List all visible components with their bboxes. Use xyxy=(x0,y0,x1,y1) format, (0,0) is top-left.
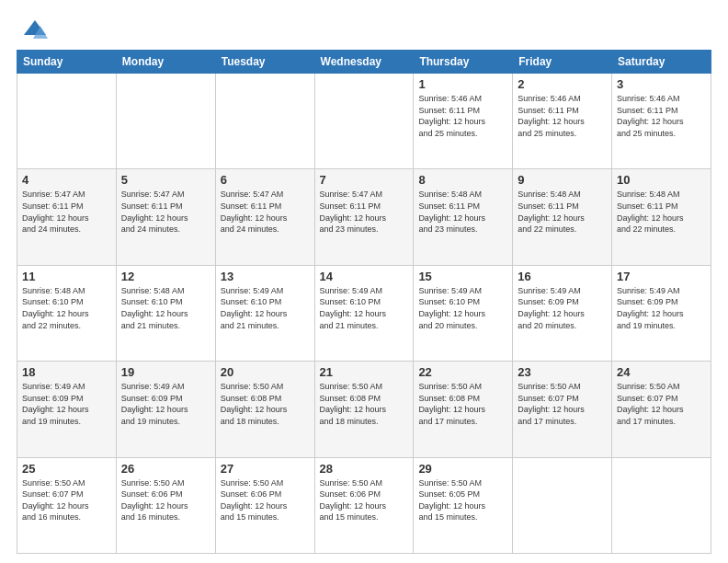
calendar-cell: 4Sunrise: 5:47 AMSunset: 6:11 PMDaylight… xyxy=(17,169,117,265)
day-info: Sunrise: 5:50 AMSunset: 6:06 PMDaylight:… xyxy=(320,477,409,523)
calendar-cell: 13Sunrise: 5:49 AMSunset: 6:10 PMDayligh… xyxy=(215,265,314,361)
day-info: Sunrise: 5:50 AMSunset: 6:07 PMDaylight:… xyxy=(617,381,706,427)
day-number: 21 xyxy=(320,365,409,379)
calendar-cell: 10Sunrise: 5:48 AMSunset: 6:11 PMDayligh… xyxy=(612,169,711,265)
day-info: Sunrise: 5:49 AMSunset: 6:10 PMDaylight:… xyxy=(418,285,507,331)
day-info: Sunrise: 5:50 AMSunset: 6:08 PMDaylight:… xyxy=(418,381,507,427)
calendar-cell: 27Sunrise: 5:50 AMSunset: 6:06 PMDayligh… xyxy=(215,457,314,553)
day-of-week-header: Friday xyxy=(513,51,612,74)
day-number: 13 xyxy=(221,270,310,283)
day-info: Sunrise: 5:50 AMSunset: 6:08 PMDaylight:… xyxy=(221,381,310,427)
calendar-cell xyxy=(116,74,215,169)
calendar-cell: 5Sunrise: 5:47 AMSunset: 6:11 PMDaylight… xyxy=(116,169,215,265)
day-of-week-header: Monday xyxy=(116,51,215,74)
day-info: Sunrise: 5:49 AMSunset: 6:10 PMDaylight:… xyxy=(320,285,409,331)
calendar-cell: 23Sunrise: 5:50 AMSunset: 6:07 PMDayligh… xyxy=(513,362,612,457)
calendar-cell: 9Sunrise: 5:48 AMSunset: 6:11 PMDaylight… xyxy=(513,169,612,265)
day-number: 11 xyxy=(22,270,111,283)
calendar-cell: 12Sunrise: 5:48 AMSunset: 6:10 PMDayligh… xyxy=(116,265,215,361)
calendar-cell: 15Sunrise: 5:49 AMSunset: 6:10 PMDayligh… xyxy=(414,265,513,361)
calendar-cell: 17Sunrise: 5:49 AMSunset: 6:09 PMDayligh… xyxy=(612,265,711,361)
day-number: 25 xyxy=(22,462,111,476)
day-number: 1 xyxy=(418,77,507,91)
calendar-cell xyxy=(314,74,414,169)
calendar-week-row: 1Sunrise: 5:46 AMSunset: 6:11 PMDaylight… xyxy=(17,74,711,169)
calendar-week-row: 25Sunrise: 5:50 AMSunset: 6:07 PMDayligh… xyxy=(17,457,711,553)
calendar-cell: 6Sunrise: 5:47 AMSunset: 6:11 PMDaylight… xyxy=(215,169,314,265)
calendar-cell: 16Sunrise: 5:49 AMSunset: 6:09 PMDayligh… xyxy=(513,265,612,361)
day-of-week-header: Saturday xyxy=(612,51,711,74)
day-info: Sunrise: 5:49 AMSunset: 6:09 PMDaylight:… xyxy=(121,381,210,427)
day-info: Sunrise: 5:50 AMSunset: 6:06 PMDaylight:… xyxy=(221,477,310,523)
day-info: Sunrise: 5:47 AMSunset: 6:11 PMDaylight:… xyxy=(121,189,210,235)
calendar-week-row: 18Sunrise: 5:49 AMSunset: 6:09 PMDayligh… xyxy=(17,362,711,457)
logo-area xyxy=(17,17,48,42)
day-number: 24 xyxy=(617,365,706,379)
calendar-table: SundayMondayTuesdayWednesdayThursdayFrid… xyxy=(17,50,711,554)
calendar-cell: 29Sunrise: 5:50 AMSunset: 6:05 PMDayligh… xyxy=(414,457,513,553)
calendar-cell: 14Sunrise: 5:49 AMSunset: 6:10 PMDayligh… xyxy=(314,265,414,361)
day-info: Sunrise: 5:50 AMSunset: 6:08 PMDaylight:… xyxy=(320,381,409,427)
calendar-cell: 2Sunrise: 5:46 AMSunset: 6:11 PMDaylight… xyxy=(513,74,612,169)
day-info: Sunrise: 5:47 AMSunset: 6:11 PMDaylight:… xyxy=(22,189,111,235)
day-info: Sunrise: 5:48 AMSunset: 6:11 PMDaylight:… xyxy=(418,189,507,235)
day-number: 14 xyxy=(320,270,409,283)
day-info: Sunrise: 5:50 AMSunset: 6:05 PMDaylight:… xyxy=(418,477,507,523)
day-of-week-header: Sunday xyxy=(17,51,117,74)
day-number: 4 xyxy=(22,173,111,187)
day-info: Sunrise: 5:47 AMSunset: 6:11 PMDaylight:… xyxy=(320,189,409,235)
day-info: Sunrise: 5:49 AMSunset: 6:09 PMDaylight:… xyxy=(617,285,706,331)
calendar-cell: 21Sunrise: 5:50 AMSunset: 6:08 PMDayligh… xyxy=(314,362,414,457)
calendar-cell xyxy=(215,74,314,169)
day-of-week-header: Thursday xyxy=(414,51,513,74)
day-info: Sunrise: 5:48 AMSunset: 6:10 PMDaylight:… xyxy=(22,285,111,331)
day-number: 28 xyxy=(320,462,409,476)
day-info: Sunrise: 5:48 AMSunset: 6:10 PMDaylight:… xyxy=(121,285,210,331)
calendar-cell: 28Sunrise: 5:50 AMSunset: 6:06 PMDayligh… xyxy=(314,457,414,553)
day-number: 18 xyxy=(22,365,111,379)
calendar-cell: 25Sunrise: 5:50 AMSunset: 6:07 PMDayligh… xyxy=(17,457,117,553)
day-info: Sunrise: 5:48 AMSunset: 6:11 PMDaylight:… xyxy=(518,189,607,235)
day-number: 26 xyxy=(121,462,210,476)
day-number: 17 xyxy=(617,270,706,283)
calendar-cell xyxy=(513,457,612,553)
calendar-cell: 22Sunrise: 5:50 AMSunset: 6:08 PMDayligh… xyxy=(414,362,513,457)
day-info: Sunrise: 5:46 AMSunset: 6:11 PMDaylight:… xyxy=(617,93,706,139)
day-info: Sunrise: 5:46 AMSunset: 6:11 PMDaylight:… xyxy=(418,93,507,139)
day-info: Sunrise: 5:46 AMSunset: 6:11 PMDaylight:… xyxy=(518,93,607,139)
calendar-cell xyxy=(612,457,711,553)
day-number: 12 xyxy=(121,270,210,283)
calendar-cell: 1Sunrise: 5:46 AMSunset: 6:11 PMDaylight… xyxy=(414,74,513,169)
calendar-cell xyxy=(17,74,117,169)
calendar-week-row: 11Sunrise: 5:48 AMSunset: 6:10 PMDayligh… xyxy=(17,265,711,361)
day-number: 8 xyxy=(418,173,507,187)
calendar-week-row: 4Sunrise: 5:47 AMSunset: 6:11 PMDaylight… xyxy=(17,169,711,265)
logo-icon xyxy=(22,17,48,42)
day-info: Sunrise: 5:50 AMSunset: 6:07 PMDaylight:… xyxy=(518,381,607,427)
day-of-week-header: Tuesday xyxy=(215,51,314,74)
day-number: 2 xyxy=(518,77,607,91)
header xyxy=(17,17,711,42)
calendar-cell: 19Sunrise: 5:49 AMSunset: 6:09 PMDayligh… xyxy=(116,362,215,457)
day-info: Sunrise: 5:48 AMSunset: 6:11 PMDaylight:… xyxy=(617,189,706,235)
day-info: Sunrise: 5:50 AMSunset: 6:07 PMDaylight:… xyxy=(22,477,111,523)
day-number: 20 xyxy=(221,365,310,379)
day-number: 10 xyxy=(617,173,706,187)
day-info: Sunrise: 5:47 AMSunset: 6:11 PMDaylight:… xyxy=(221,189,310,235)
day-number: 5 xyxy=(121,173,210,187)
day-info: Sunrise: 5:49 AMSunset: 6:09 PMDaylight:… xyxy=(22,381,111,427)
day-number: 16 xyxy=(518,270,607,283)
day-number: 7 xyxy=(320,173,409,187)
calendar-header-row: SundayMondayTuesdayWednesdayThursdayFrid… xyxy=(17,51,711,74)
calendar-cell: 24Sunrise: 5:50 AMSunset: 6:07 PMDayligh… xyxy=(612,362,711,457)
day-info: Sunrise: 5:49 AMSunset: 6:09 PMDaylight:… xyxy=(518,285,607,331)
day-number: 3 xyxy=(617,77,706,91)
calendar-cell: 8Sunrise: 5:48 AMSunset: 6:11 PMDaylight… xyxy=(414,169,513,265)
day-number: 19 xyxy=(121,365,210,379)
day-number: 23 xyxy=(518,365,607,379)
day-info: Sunrise: 5:49 AMSunset: 6:10 PMDaylight:… xyxy=(221,285,310,331)
calendar-cell: 3Sunrise: 5:46 AMSunset: 6:11 PMDaylight… xyxy=(612,74,711,169)
day-number: 22 xyxy=(418,365,507,379)
day-number: 29 xyxy=(418,462,507,476)
calendar-cell: 11Sunrise: 5:48 AMSunset: 6:10 PMDayligh… xyxy=(17,265,117,361)
